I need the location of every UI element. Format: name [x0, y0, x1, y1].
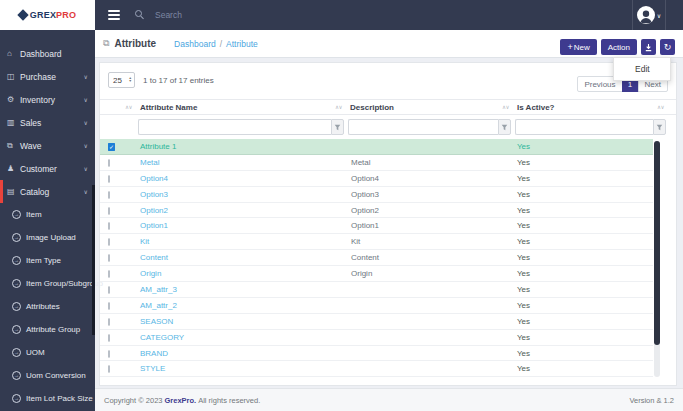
- row-checkbox[interactable]: [108, 254, 110, 262]
- sidebar-item[interactable]: ▤ Catalog ∨: [0, 180, 95, 203]
- attribute-name-link[interactable]: Option2: [136, 206, 168, 215]
- row-is-active: Yes: [513, 349, 530, 358]
- toolbar: + New Action ↻: [560, 39, 675, 55]
- chevron-down-icon: ∨: [84, 73, 88, 80]
- attribute-name-link[interactable]: Content: [136, 253, 168, 262]
- row-checkbox[interactable]: [108, 365, 110, 373]
- breadcrumb-link-dashboard[interactable]: Dashboard: [174, 39, 216, 49]
- sidebar-subitem[interactable]: → Item: [0, 203, 95, 226]
- download-button[interactable]: [641, 39, 656, 55]
- sidebar-item[interactable]: ▥ Sales ∨: [0, 111, 95, 134]
- sidebar-subitem[interactable]: → Image Upload: [0, 226, 95, 249]
- sidebar-item-icon: ⌂: [7, 49, 20, 58]
- attribute-name-link[interactable]: BRAND: [136, 349, 168, 358]
- row-checkbox[interactable]: [108, 207, 110, 215]
- attribute-name-link[interactable]: Option4: [136, 174, 168, 183]
- row-description: Option3: [346, 190, 379, 199]
- table-row: Origin Origin Yes: [100, 266, 653, 282]
- sidebar-subitem[interactable]: → Item Type: [0, 249, 95, 272]
- row-description: [346, 349, 351, 358]
- header-select-column[interactable]: ∧∨: [100, 100, 136, 114]
- filter-is-active-input[interactable]: [515, 119, 653, 135]
- hamburger-icon[interactable]: [108, 10, 120, 20]
- search-input[interactable]: [153, 9, 303, 21]
- app-logo[interactable]: GREXPRO: [0, 0, 95, 30]
- filter-attribute-name-input[interactable]: [138, 119, 331, 135]
- book-icon: ⧉: [103, 38, 109, 49]
- row-checkbox[interactable]: [108, 270, 110, 278]
- filter-funnel-button[interactable]: [498, 119, 511, 135]
- table-row: Metal Metal Yes: [100, 155, 653, 171]
- sidebar-scrollbar[interactable]: [92, 185, 95, 335]
- row-is-active: Yes: [513, 333, 530, 342]
- sort-icon[interactable]: ∧∨: [125, 104, 136, 110]
- page-size-select[interactable]: 25 ▲▼: [108, 72, 135, 88]
- arrow-circle-icon: →: [12, 233, 21, 242]
- attribute-name-link[interactable]: CATEGORY: [136, 333, 184, 342]
- attribute-name-link[interactable]: Origin: [136, 269, 161, 278]
- sidebar-item[interactable]: ⚙ Inventory ∨: [0, 88, 95, 111]
- row-checkbox[interactable]: [108, 143, 115, 151]
- action-menu-edit[interactable]: Edit: [614, 60, 670, 78]
- filter-funnel-button[interactable]: [331, 119, 344, 135]
- filter-description-input[interactable]: [348, 119, 498, 135]
- chevron-down-icon: ∨: [84, 142, 88, 149]
- sidebar-item[interactable]: ⌂ Dashboard ∨: [0, 42, 95, 65]
- chevron-down-icon: ∨: [84, 188, 88, 195]
- sidebar-item[interactable]: ⧉ Wave ∨: [0, 134, 95, 157]
- row-checkbox[interactable]: [108, 286, 110, 294]
- attribute-name-link[interactable]: Option1: [136, 221, 168, 230]
- row-description: Option4: [346, 174, 379, 183]
- attribute-name-link[interactable]: Attribute 1: [136, 142, 176, 151]
- row-checkbox[interactable]: [108, 222, 110, 230]
- attribute-name-link[interactable]: Metal: [136, 158, 160, 167]
- refresh-button[interactable]: ↻: [660, 39, 675, 55]
- table-row: AM_attr_2 Yes: [100, 298, 653, 314]
- row-description: [346, 364, 351, 373]
- row-checkbox[interactable]: [108, 159, 110, 167]
- attribute-name-link[interactable]: AM_attr_3: [136, 285, 177, 294]
- header-attribute-name[interactable]: Attribute Name ∧∨: [136, 100, 346, 114]
- header-description[interactable]: Description ∧∨: [346, 100, 513, 114]
- sidebar-item-icon: ◫: [7, 72, 20, 81]
- attributes-table: ∧∨ Attribute Name ∧∨ Description ∧∨ Is A…: [100, 99, 676, 377]
- attribute-name-link[interactable]: Kit: [136, 237, 149, 246]
- table-scrollbar-track[interactable]: [654, 141, 660, 377]
- row-checkbox[interactable]: [108, 334, 110, 342]
- row-description: Origin: [346, 269, 372, 278]
- sidebar-item-label: Catalog: [20, 187, 49, 197]
- table-row: STYLE Yes: [100, 361, 653, 377]
- new-button[interactable]: + New: [560, 39, 596, 55]
- row-description: [346, 317, 351, 326]
- attribute-name-link[interactable]: Option3: [136, 190, 168, 199]
- sidebar-subitem[interactable]: → Item Lot Pack Size: [0, 387, 95, 410]
- sidebar-subitem[interactable]: → Attributes: [0, 295, 95, 318]
- row-checkbox[interactable]: [108, 175, 110, 183]
- breadcrumb-link-attribute[interactable]: Attribute: [226, 39, 258, 49]
- sidebar-subitem[interactable]: → Attribute Group: [0, 318, 95, 341]
- row-checkbox[interactable]: [108, 318, 110, 326]
- sidebar-item[interactable]: ◫ Purchase ∨: [0, 65, 95, 88]
- row-is-active: Yes: [513, 269, 530, 278]
- row-checkbox[interactable]: [108, 191, 110, 199]
- row-checkbox[interactable]: [108, 238, 110, 246]
- sort-icon[interactable]: ∧∨: [502, 104, 513, 110]
- attribute-name-link[interactable]: SEASON: [136, 317, 173, 326]
- header-is-active[interactable]: Is Active? ∧∨: [513, 100, 668, 114]
- action-button[interactable]: Action: [601, 39, 637, 55]
- attribute-name-link[interactable]: AM_attr_2: [136, 301, 177, 310]
- sidebar-subitem[interactable]: → Uom Conversion: [0, 364, 95, 387]
- sort-icon[interactable]: ∧∨: [335, 104, 346, 110]
- filter-row: [100, 115, 676, 139]
- attribute-name-link[interactable]: STYLE: [136, 364, 165, 373]
- user-menu[interactable]: ∨: [632, 0, 666, 30]
- row-checkbox[interactable]: [108, 302, 110, 310]
- sidebar-subitem[interactable]: → Item Group/Subgroup: [0, 272, 95, 295]
- table-scrollbar-thumb[interactable]: [654, 141, 660, 345]
- sidebar-item[interactable]: ♟ Customer ∨: [0, 157, 95, 180]
- filter-funnel-button[interactable]: [653, 119, 666, 135]
- brand-name: GREXPRO: [30, 10, 76, 20]
- sidebar-subitem[interactable]: → UOM: [0, 341, 95, 364]
- sort-icon[interactable]: ∧∨: [657, 104, 668, 110]
- row-checkbox[interactable]: [108, 350, 110, 358]
